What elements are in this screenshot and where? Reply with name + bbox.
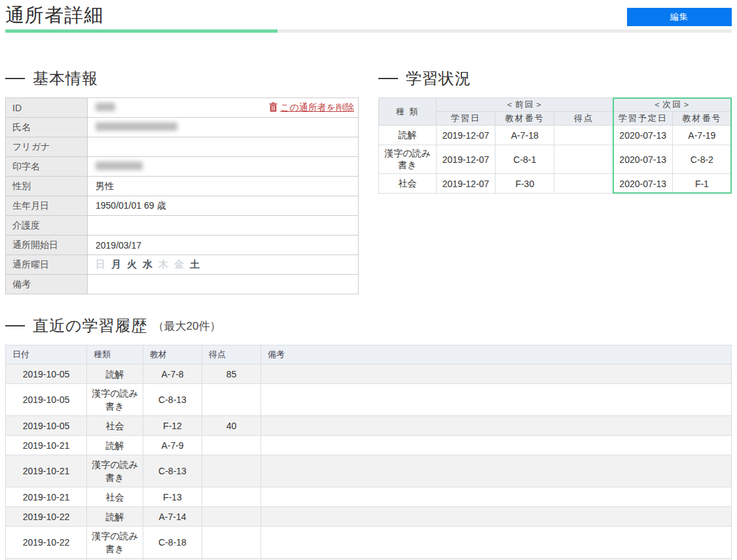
last-study-date-cell: 2019-12-07 xyxy=(437,126,495,145)
date-cell: 2019-10-22 xyxy=(6,507,87,527)
score-cell xyxy=(202,436,261,455)
kind-cell: 漢字の読み書き xyxy=(87,455,143,487)
basic-info-row: 印字名 xyxy=(6,157,359,177)
basic-info-label: 氏名 xyxy=(6,118,88,137)
kind-cell: 社会 xyxy=(379,174,437,194)
history-col-header: 備考 xyxy=(261,345,732,364)
basic-info-row: 介護度 xyxy=(6,216,359,236)
material-cell: C-8-13 xyxy=(143,384,202,416)
basic-info-value: 1950/01/01 69 歳 xyxy=(88,196,359,216)
col-group-previous: ＜前回＞ xyxy=(437,98,614,112)
heading-dash xyxy=(378,78,398,79)
history-row: 2019-10-22漢字の読み書きC-8-18 xyxy=(6,527,732,559)
kind-cell: 読解 xyxy=(87,507,143,527)
basic-info-row: IDこの通所者を削除 xyxy=(6,98,359,118)
kind-cell: 読解 xyxy=(87,436,143,455)
note-cell xyxy=(261,487,732,507)
basic-info-value-text xyxy=(96,162,143,172)
title-underline xyxy=(5,29,732,33)
weekday-inactive: 木 xyxy=(158,258,168,270)
col-header-material-no: 教材番号 xyxy=(495,112,554,126)
history-table: 日付種類教材得点備考 2019-10-05読解A-7-8852019-10-05… xyxy=(5,345,732,560)
score-cell: 40 xyxy=(202,416,261,436)
material-cell: C-8-13 xyxy=(143,455,202,487)
score-cell: 85 xyxy=(202,364,261,384)
basic-info-value-content: 日月火水木金土 xyxy=(96,258,354,271)
date-cell: 2019-10-05 xyxy=(6,384,87,416)
kind-cell: 読解 xyxy=(379,126,437,145)
learning-status-heading: 学習状況 xyxy=(378,68,732,89)
heading-dash xyxy=(5,325,25,326)
history-row: 2019-10-21読解A-7-9 xyxy=(6,436,732,455)
basic-info-section: 基本情報 IDこの通所者を削除氏名フリガナ印字名性別男性生年月日1950/01/… xyxy=(5,68,359,294)
trash-icon xyxy=(269,102,280,114)
note-cell xyxy=(261,384,732,416)
basic-info-value-text: 2019/03/17 xyxy=(96,240,141,251)
weekday-active: 火 xyxy=(127,258,137,270)
last-study-date-cell: 2019-12-07 xyxy=(437,174,495,194)
date-cell: 2019-10-21 xyxy=(6,436,87,455)
heading-dash xyxy=(5,78,25,79)
learning-status-row: 漢字の読み書き2019-12-07C-8-12020-07-13C-8-2 xyxy=(379,145,732,174)
basic-info-value-content: この通所者を削除 xyxy=(96,102,354,114)
basic-info-value xyxy=(88,157,359,177)
last-material-no-cell: C-8-1 xyxy=(495,145,554,174)
history-row: 2019-10-05漢字の読み書きC-8-13 xyxy=(6,384,732,416)
col-header-planned-date: 学習予定日 xyxy=(613,112,672,126)
basic-info-value xyxy=(88,216,359,236)
basic-info-value xyxy=(88,118,359,137)
kind-cell: 漢字の読み書き xyxy=(87,527,143,559)
note-cell xyxy=(261,507,732,527)
basic-info-row: 通所開始日2019/03/17 xyxy=(6,236,359,255)
date-cell: 2019-10-21 xyxy=(6,455,87,487)
material-cell: A-7-14 xyxy=(143,507,202,527)
redacted-value-blob xyxy=(96,122,177,131)
basic-info-row: フリガナ xyxy=(6,137,359,157)
planned-date-cell: 2020-07-13 xyxy=(613,145,672,174)
col-header-study-date: 学習日 xyxy=(437,112,495,126)
basic-info-label: 通所開始日 xyxy=(6,236,88,255)
basic-info-value-content: 2019/03/17 xyxy=(96,240,354,251)
material-cell: A-7-9 xyxy=(143,436,202,455)
basic-info-value-text xyxy=(96,103,115,113)
material-cell: F-12 xyxy=(143,416,202,436)
score-cell xyxy=(202,507,261,527)
history-heading-label: 直近の学習履歴 xyxy=(33,315,148,336)
col-header-next-material-no: 教材番号 xyxy=(672,112,731,126)
basic-info-value-content xyxy=(96,122,354,133)
score-cell xyxy=(202,384,261,416)
score-cell xyxy=(202,487,261,507)
next-material-no-cell: A-7-19 xyxy=(672,126,731,145)
last-material-no-cell: F-30 xyxy=(495,174,554,194)
material-cell: A-7-8 xyxy=(143,364,202,384)
score-cell xyxy=(202,455,261,487)
score-cell xyxy=(554,145,613,174)
delete-visitor-link[interactable]: この通所者を削除 xyxy=(269,102,354,114)
date-cell: 2019-10-05 xyxy=(6,364,87,384)
basic-info-value-text: 日月火水木金土 xyxy=(96,258,206,271)
delete-visitor-link-label: この通所者を削除 xyxy=(280,102,354,114)
learning-status-heading-label: 学習状況 xyxy=(406,68,471,89)
material-cell: C-8-18 xyxy=(143,527,202,559)
basic-info-table: IDこの通所者を削除氏名フリガナ印字名性別男性生年月日1950/01/01 69… xyxy=(5,97,359,294)
material-cell: F-13 xyxy=(143,487,202,507)
basic-info-label: 印字名 xyxy=(6,157,88,177)
kind-cell: 漢字の読み書き xyxy=(87,384,143,416)
basic-info-value xyxy=(88,275,359,294)
date-cell: 2019-10-21 xyxy=(6,487,87,507)
history-col-header: 教材 xyxy=(143,345,202,364)
basic-info-value xyxy=(88,137,359,157)
score-cell xyxy=(554,174,613,194)
weekday-active: 月 xyxy=(111,258,121,270)
history-heading: 直近の学習履歴 （最大20件） xyxy=(5,315,732,336)
edit-button[interactable]: 編集 xyxy=(627,8,732,26)
basic-info-label: フリガナ xyxy=(6,137,88,157)
col-header-kind: 種 類 xyxy=(379,98,437,126)
col-group-next: ＜次回＞ xyxy=(613,98,731,112)
page-header: 通所者詳細 編集 xyxy=(5,0,732,33)
basic-info-label: 通所曜日 xyxy=(6,255,88,275)
date-cell: 2019-10-05 xyxy=(6,416,87,436)
learning-status-row: 読解2019-12-07A-7-182020-07-13A-7-19 xyxy=(379,126,732,145)
basic-info-heading-label: 基本情報 xyxy=(33,68,98,89)
basic-info-value-text: 1950/01/01 69 歳 xyxy=(96,200,166,212)
